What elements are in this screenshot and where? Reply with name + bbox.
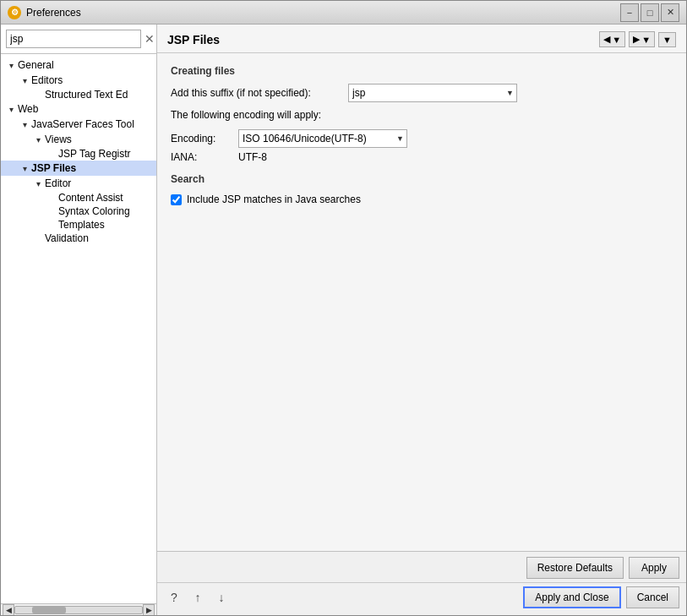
tree-item-label: Content Assist [58,192,123,204]
back-arrow-icon: ◀ [603,34,610,45]
bottom-right-buttons: Apply and Close Cancel [523,586,679,608]
import-button[interactable]: ↓ [211,587,232,608]
suffix-select[interactable]: jsp [348,84,517,102]
tree-item-javaserver-faces-tool[interactable]: ▾JavaServer Faces Tool [1,117,156,132]
close-button[interactable]: ✕ [661,3,679,22]
tree-item-label: Editors [31,74,63,86]
tree-item-jsp-tag-registry[interactable]: JSP Tag Registr [1,147,156,161]
cancel-button[interactable]: Cancel [626,586,679,608]
tree-item-label: Templates [58,219,105,231]
apply-and-close-button[interactable]: Apply and Close [523,586,620,608]
encoding-row: Encoding: ISO 10646/Unicode(UTF-8) [171,129,673,148]
nav-back-button[interactable]: ◀ ▼ [599,31,625,47]
search-input[interactable] [6,30,141,48]
help-button[interactable]: ? [164,587,184,608]
search-section-title: Search [171,173,673,185]
page-title: JSP Files [167,33,220,46]
include-jsp-label[interactable]: Include JSP matches in Java searches [187,194,361,205]
iana-label: IANA: [171,151,238,163]
scroll-left-button[interactable]: ◀ [3,604,14,616]
tree-item-jsp-files[interactable]: ▾JSP Files [1,161,156,176]
right-panel: JSP Files ◀ ▼ ▶ ▼ ▼ [157,25,686,551]
left-panel: ✕ ▾General▾EditorsStructured Text Ed▾Web… [1,25,157,615]
bottom-buttons-row2: ? ↑ ↓ Apply and Close Cancel [157,582,686,615]
tree-item-label: JSP Tag Registr [58,148,131,160]
tree-toggle-icon: ▾ [4,102,18,116]
tree-item-label: Structured Text Ed [45,89,128,101]
tree-item-web[interactable]: ▾Web [1,101,156,117]
window-icon: ⚙ [8,6,21,19]
tree-view: ▾General▾EditorsStructured Text Ed▾Web▾J… [1,54,156,603]
include-jsp-row: Include JSP matches in Java searches [171,194,673,205]
title-bar: ⚙ Preferences − □ ✕ [1,1,686,25]
bottom-area: Restore Defaults Apply ? ↑ ↓ Apply and C… [157,551,686,615]
tree-toggle-icon: ▾ [31,133,45,146]
tree-item-label: Validation [45,232,89,244]
minimize-button[interactable]: − [620,3,639,22]
suffix-row: Add this suffix (if not specified): jsp [171,84,673,102]
bottom-buttons-row1: Restore Defaults Apply [157,552,686,582]
iana-value: UTF-8 [238,151,267,163]
main-content: ✕ ▾General▾EditorsStructured Text Ed▾Web… [1,25,686,615]
tree-toggle-icon: ▾ [4,58,18,72]
horizontal-scrollbar-area: ◀ ▶ [1,603,156,615]
tree-toggle-icon: ▾ [18,117,31,131]
tree-item-label: JSP Files [31,162,76,174]
scrollbar-thumb [32,607,66,613]
bottom-left-icons: ? ↑ ↓ [164,587,232,608]
header-nav: ◀ ▼ ▶ ▼ ▼ [599,31,676,47]
suffix-label: Add this suffix (if not specified): [171,87,348,99]
right-content: Creating files Add this suffix (if not s… [157,53,686,551]
tree-item-label: Views [45,134,72,145]
restore-defaults-button[interactable]: Restore Defaults [526,557,624,579]
tree-item-editor[interactable]: ▾Editor [1,176,156,191]
apply-button[interactable]: Apply [629,557,679,579]
menu-dropdown-icon: ▼ [662,35,672,45]
iana-row: IANA: UTF-8 [171,151,673,163]
tree-item-validation[interactable]: Validation [1,232,156,245]
tree-item-syntax-coloring[interactable]: Syntax Coloring [1,204,156,218]
encoding-select-wrapper: ISO 10646/Unicode(UTF-8) [238,129,407,148]
scroll-right-button[interactable]: ▶ [143,604,155,616]
window-title: Preferences [26,7,81,19]
creating-files-section-title: Creating files [171,65,673,77]
search-clear-button[interactable]: ✕ [144,32,155,46]
forward-dropdown-icon: ▼ [641,35,651,45]
nav-forward-button[interactable]: ▶ ▼ [629,31,655,47]
title-bar-left: ⚙ Preferences [8,6,81,19]
tree-item-content-assist[interactable]: Content Assist [1,191,156,204]
suffix-select-wrapper: jsp [348,84,517,102]
tree-toggle-icon: ▾ [18,74,31,87]
title-buttons: − □ ✕ [620,3,679,22]
tree-item-general[interactable]: ▾General [1,57,156,73]
tree-toggle-icon: ▾ [18,161,31,175]
encoding-label: Encoding: [171,133,238,144]
export-button[interactable]: ↑ [188,587,208,608]
tree-item-label: Editor [45,177,71,189]
tree-item-templates[interactable]: Templates [1,218,156,232]
tree-item-views[interactable]: ▾Views [1,132,156,147]
preferences-window: ⚙ Preferences − □ ✕ ✕ ▾General▾EditorsSt… [0,0,687,616]
nav-menu-button[interactable]: ▼ [658,32,676,47]
tree-item-editors[interactable]: ▾Editors [1,73,156,88]
search-box: ✕ [1,25,156,54]
maximize-button[interactable]: □ [641,3,659,22]
forward-arrow-icon: ▶ [633,34,640,45]
search-section-divider: Search [171,173,673,185]
tree-item-label: Web [18,103,38,115]
right-panel-wrapper: JSP Files ◀ ▼ ▶ ▼ ▼ [157,25,686,615]
tree-item-structured-text-ed[interactable]: Structured Text Ed [1,88,156,101]
include-jsp-checkbox[interactable] [171,194,182,205]
tree-item-label: JavaServer Faces Tool [31,118,134,130]
right-header: JSP Files ◀ ▼ ▶ ▼ ▼ [157,25,686,53]
encoding-intro-text: The following encoding will apply: [171,109,673,121]
tree-item-label: Syntax Coloring [58,205,130,217]
tree-toggle-icon: ▾ [31,177,45,190]
encoding-select[interactable]: ISO 10646/Unicode(UTF-8) [238,129,407,148]
horizontal-scrollbar[interactable] [14,606,143,614]
tree-item-label: General [18,59,54,71]
back-dropdown-icon: ▼ [612,35,621,45]
